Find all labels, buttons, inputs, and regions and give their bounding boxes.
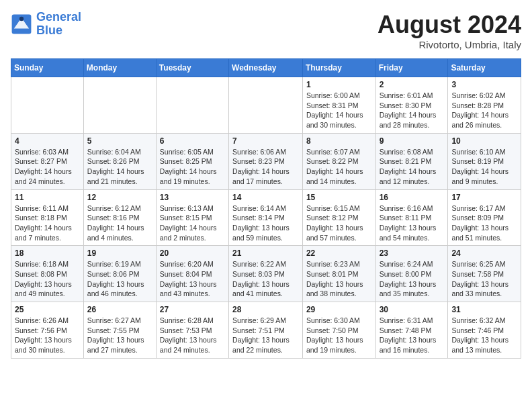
day-number: 5 xyxy=(87,136,152,146)
day-number: 28 xyxy=(232,305,299,314)
day-number: 21 xyxy=(232,248,299,258)
page-header: General Blue August 2024 Rivotorto, Umbr… xyxy=(11,11,521,50)
day-number: 11 xyxy=(15,193,80,202)
day-info: Sunrise: 6:02 AMSunset: 8:28 PMDaylight:… xyxy=(451,91,517,130)
calendar-cell: 31Sunrise: 6:32 AMSunset: 7:46 PMDayligh… xyxy=(448,302,521,359)
column-header-friday: Friday xyxy=(375,59,448,77)
month-year-title: August 2024 xyxy=(378,11,521,39)
day-number: 10 xyxy=(451,136,517,146)
calendar-cell xyxy=(11,77,84,134)
calendar-cell: 10Sunrise: 6:10 AMSunset: 8:19 PMDayligh… xyxy=(448,133,521,189)
calendar-table: SundayMondayTuesdayWednesdayThursdayFrid… xyxy=(11,58,521,359)
calendar-cell: 20Sunrise: 6:20 AMSunset: 8:04 PMDayligh… xyxy=(156,246,228,302)
day-info: Sunrise: 6:28 AMSunset: 7:53 PMDaylight:… xyxy=(160,316,225,355)
column-header-tuesday: Tuesday xyxy=(156,59,228,77)
calendar-cell: 19Sunrise: 6:19 AMSunset: 8:06 PMDayligh… xyxy=(83,246,156,302)
column-header-monday: Monday xyxy=(83,59,156,77)
day-number: 15 xyxy=(306,193,372,202)
logo-icon xyxy=(11,13,32,35)
day-number: 3 xyxy=(451,80,517,89)
calendar-cell: 1Sunrise: 6:00 AMSunset: 8:31 PMDaylight… xyxy=(302,77,375,134)
day-info: Sunrise: 6:30 AMSunset: 7:50 PMDaylight:… xyxy=(306,316,372,355)
day-number: 1 xyxy=(306,80,372,89)
day-number: 12 xyxy=(87,193,152,202)
day-info: Sunrise: 6:11 AMSunset: 8:18 PMDaylight:… xyxy=(15,203,80,243)
calendar-cell: 28Sunrise: 6:29 AMSunset: 7:51 PMDayligh… xyxy=(229,302,303,359)
calendar-cell xyxy=(83,77,156,134)
logo-general: General xyxy=(36,10,81,24)
day-number: 27 xyxy=(160,305,225,314)
calendar-week-row: 1Sunrise: 6:00 AMSunset: 8:31 PMDaylight… xyxy=(11,77,521,134)
day-number: 18 xyxy=(15,248,80,258)
column-header-sunday: Sunday xyxy=(11,59,84,77)
day-number: 9 xyxy=(380,136,445,146)
calendar-header-row: SundayMondayTuesdayWednesdayThursdayFrid… xyxy=(11,59,521,77)
day-info: Sunrise: 6:16 AMSunset: 8:11 PMDaylight:… xyxy=(380,203,445,243)
calendar-cell: 29Sunrise: 6:30 AMSunset: 7:50 PMDayligh… xyxy=(302,302,375,359)
day-info: Sunrise: 6:12 AMSunset: 8:16 PMDaylight:… xyxy=(87,203,152,243)
calendar-cell: 27Sunrise: 6:28 AMSunset: 7:53 PMDayligh… xyxy=(156,302,228,359)
day-number: 25 xyxy=(15,305,80,314)
calendar-cell: 9Sunrise: 6:08 AMSunset: 8:21 PMDaylight… xyxy=(375,133,448,189)
day-number: 29 xyxy=(306,305,372,314)
calendar-week-row: 25Sunrise: 6:26 AMSunset: 7:56 PMDayligh… xyxy=(11,302,521,359)
day-info: Sunrise: 6:31 AMSunset: 7:48 PMDaylight:… xyxy=(380,316,445,355)
day-info: Sunrise: 6:04 AMSunset: 8:26 PMDaylight:… xyxy=(87,147,152,187)
day-number: 14 xyxy=(232,193,299,202)
calendar-week-row: 4Sunrise: 6:03 AMSunset: 8:27 PMDaylight… xyxy=(11,133,521,189)
day-number: 26 xyxy=(87,305,152,314)
day-info: Sunrise: 6:05 AMSunset: 8:25 PMDaylight:… xyxy=(160,147,225,187)
column-header-wednesday: Wednesday xyxy=(229,59,303,77)
day-info: Sunrise: 6:03 AMSunset: 8:27 PMDaylight:… xyxy=(15,147,80,187)
day-number: 8 xyxy=(306,136,372,146)
day-info: Sunrise: 6:01 AMSunset: 8:30 PMDaylight:… xyxy=(380,91,445,130)
day-number: 17 xyxy=(451,193,517,202)
calendar-cell: 25Sunrise: 6:26 AMSunset: 7:56 PMDayligh… xyxy=(11,302,84,359)
day-info: Sunrise: 6:24 AMSunset: 8:00 PMDaylight:… xyxy=(380,259,445,299)
calendar-cell: 17Sunrise: 6:17 AMSunset: 8:09 PMDayligh… xyxy=(448,189,521,246)
day-number: 19 xyxy=(87,248,152,258)
calendar-cell: 2Sunrise: 6:01 AMSunset: 8:30 PMDaylight… xyxy=(375,77,448,134)
calendar-cell: 5Sunrise: 6:04 AMSunset: 8:26 PMDaylight… xyxy=(83,133,156,189)
title-block: August 2024 Rivotorto, Umbria, Italy xyxy=(378,11,521,50)
logo: General Blue xyxy=(11,11,81,38)
calendar-cell: 24Sunrise: 6:25 AMSunset: 7:58 PMDayligh… xyxy=(448,246,521,302)
calendar-cell: 30Sunrise: 6:31 AMSunset: 7:48 PMDayligh… xyxy=(375,302,448,359)
day-number: 7 xyxy=(232,136,299,146)
location-subtitle: Rivotorto, Umbria, Italy xyxy=(378,39,521,50)
calendar-cell: 22Sunrise: 6:23 AMSunset: 8:01 PMDayligh… xyxy=(302,246,375,302)
day-info: Sunrise: 6:15 AMSunset: 8:12 PMDaylight:… xyxy=(306,203,372,243)
day-info: Sunrise: 6:13 AMSunset: 8:15 PMDaylight:… xyxy=(160,203,225,243)
column-header-thursday: Thursday xyxy=(302,59,375,77)
calendar-week-row: 11Sunrise: 6:11 AMSunset: 8:18 PMDayligh… xyxy=(11,189,521,246)
calendar-cell: 12Sunrise: 6:12 AMSunset: 8:16 PMDayligh… xyxy=(83,189,156,246)
day-info: Sunrise: 6:20 AMSunset: 8:04 PMDaylight:… xyxy=(160,259,225,299)
day-number: 24 xyxy=(451,248,517,258)
calendar-cell: 11Sunrise: 6:11 AMSunset: 8:18 PMDayligh… xyxy=(11,189,84,246)
day-number: 20 xyxy=(160,248,225,258)
calendar-cell: 26Sunrise: 6:27 AMSunset: 7:55 PMDayligh… xyxy=(83,302,156,359)
logo-blue: Blue xyxy=(36,24,62,37)
logo-text: General Blue xyxy=(36,11,81,38)
calendar-cell: 6Sunrise: 6:05 AMSunset: 8:25 PMDaylight… xyxy=(156,133,228,189)
day-number: 13 xyxy=(160,193,225,202)
calendar-cell: 15Sunrise: 6:15 AMSunset: 8:12 PMDayligh… xyxy=(302,189,375,246)
day-number: 16 xyxy=(380,193,445,202)
day-number: 2 xyxy=(380,80,445,89)
day-info: Sunrise: 6:32 AMSunset: 7:46 PMDaylight:… xyxy=(451,316,517,355)
calendar-cell: 14Sunrise: 6:14 AMSunset: 8:14 PMDayligh… xyxy=(229,189,303,246)
day-number: 4 xyxy=(15,136,80,146)
day-number: 6 xyxy=(160,136,225,146)
day-number: 23 xyxy=(380,248,445,258)
calendar-cell: 23Sunrise: 6:24 AMSunset: 8:00 PMDayligh… xyxy=(375,246,448,302)
calendar-cell: 4Sunrise: 6:03 AMSunset: 8:27 PMDaylight… xyxy=(11,133,84,189)
calendar-cell: 16Sunrise: 6:16 AMSunset: 8:11 PMDayligh… xyxy=(375,189,448,246)
calendar-cell xyxy=(229,77,303,134)
day-info: Sunrise: 6:25 AMSunset: 7:58 PMDaylight:… xyxy=(451,259,517,299)
day-info: Sunrise: 6:07 AMSunset: 8:22 PMDaylight:… xyxy=(306,147,372,187)
day-info: Sunrise: 6:10 AMSunset: 8:19 PMDaylight:… xyxy=(451,147,517,187)
calendar-cell: 3Sunrise: 6:02 AMSunset: 8:28 PMDaylight… xyxy=(448,77,521,134)
calendar-week-row: 18Sunrise: 6:18 AMSunset: 8:08 PMDayligh… xyxy=(11,246,521,302)
calendar-cell: 8Sunrise: 6:07 AMSunset: 8:22 PMDaylight… xyxy=(302,133,375,189)
day-info: Sunrise: 6:06 AMSunset: 8:23 PMDaylight:… xyxy=(232,147,299,187)
